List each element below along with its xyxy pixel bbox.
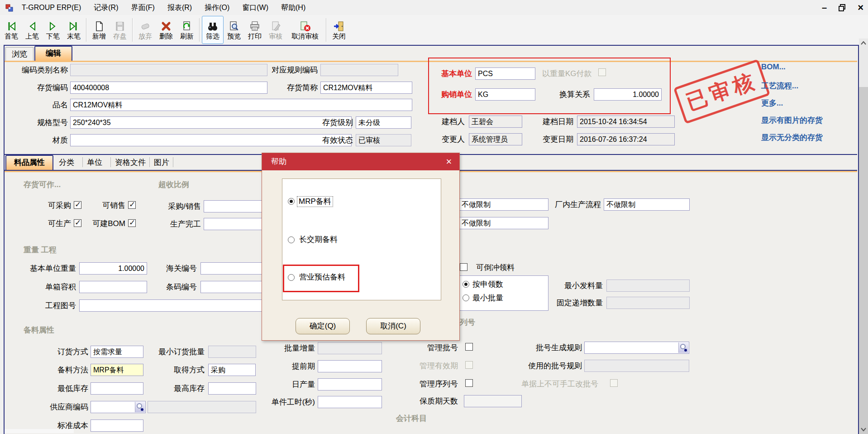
delete-button[interactable]: 删除 — [156, 16, 176, 43]
menu-interface[interactable]: 界面(F) — [125, 0, 161, 15]
used-batch-rule-field — [584, 360, 689, 372]
base-weight-field[interactable]: 1.00000 — [79, 262, 147, 275]
purchase-sale-ratio-label: 采购/销售 — [159, 202, 201, 211]
menu-app[interactable]: T-GROUP ERP(E) — [15, 0, 87, 15]
refresh-button[interactable]: 刷新 — [176, 16, 197, 43]
shelf-life-label: 保质期天数 — [413, 397, 458, 406]
restriction-field-2[interactable]: 不做限制 — [459, 217, 548, 229]
last-record-button[interactable]: 末笔 — [63, 16, 84, 43]
option-mrp-label[interactable]: MRP备料 — [297, 197, 333, 207]
code-category-field[interactable] — [70, 64, 267, 76]
inv-level-field[interactable]: 未分级 — [356, 116, 411, 129]
subtab-unit[interactable]: 单位 — [87, 158, 102, 167]
dialog-ok-button[interactable]: 确定(Q) — [296, 318, 350, 334]
subtab-category[interactable]: 分类 — [59, 158, 74, 167]
option-longlead-radio[interactable] — [288, 236, 295, 243]
menu-window[interactable]: 窗口(W) — [236, 0, 275, 15]
prev-record-button[interactable]: 上笔 — [22, 16, 43, 43]
lead-time-field[interactable] — [318, 360, 382, 372]
supplier-field[interactable] — [91, 401, 146, 413]
more-link[interactable]: 更多... — [761, 98, 783, 108]
std-cost-field[interactable] — [91, 420, 143, 432]
batch-rule-field[interactable] — [584, 342, 689, 354]
manage-batch-checkbox[interactable] — [465, 343, 473, 351]
dialog-title-bar[interactable]: 帮助 — [262, 153, 459, 170]
trade-unit-field[interactable]: KG — [475, 88, 535, 101]
min-stock-field[interactable] — [91, 382, 143, 395]
lookup-icon[interactable] — [135, 402, 145, 412]
by-request-radio[interactable] — [463, 281, 469, 288]
factory-flow-field[interactable]: 不做限制 — [604, 198, 690, 211]
show-with-image-link[interactable]: 显示有图片的存货 — [761, 115, 823, 125]
order-mode-field[interactable]: 按需求量 — [91, 346, 143, 358]
menu-help[interactable]: 帮助(H) — [275, 0, 312, 15]
next-record-button[interactable]: 下笔 — [43, 16, 63, 43]
print-button[interactable]: 打印 — [244, 16, 265, 43]
min-batch-radio[interactable] — [463, 294, 469, 301]
minimize-icon[interactable]: – — [822, 2, 827, 13]
scroll-down-icon[interactable] — [859, 425, 868, 434]
modify-date-label: 变更日期 — [536, 135, 573, 144]
close-form-button[interactable]: 关闭 — [329, 16, 349, 43]
spec-field[interactable]: 250*240*35 — [70, 116, 352, 129]
option-mrp-radio[interactable] — [288, 198, 295, 205]
order-mode-label: 订货方式 — [52, 347, 88, 357]
daily-output-field[interactable] — [318, 378, 382, 391]
restore-icon[interactable] — [839, 4, 846, 11]
shelf-life-field[interactable] — [464, 395, 522, 407]
option-forecast-radio[interactable] — [288, 274, 295, 281]
rule-code-label: 对应规则编码 — [268, 66, 318, 75]
inv-short-field[interactable]: CR12MOV精料 — [320, 82, 412, 94]
backflush-checkbox[interactable] — [460, 263, 467, 271]
show-uncategorized-link[interactable]: 显示无分类的存货 — [761, 132, 823, 143]
material-field[interactable] — [70, 134, 352, 146]
filter-button[interactable]: 筛选 — [202, 16, 224, 44]
subtab-item-props[interactable]: 料品属性 — [5, 155, 53, 170]
menu-operation[interactable]: 操作(O) — [198, 0, 236, 15]
tab-browse[interactable]: 浏览 — [5, 47, 33, 61]
menu-report[interactable]: 报表(R) — [161, 0, 198, 15]
can-purchase-checkbox[interactable] — [74, 201, 81, 209]
process-flow-link[interactable]: 工艺流程... — [761, 81, 798, 91]
acquire-field[interactable]: 采购 — [208, 364, 256, 376]
option-forecast-label[interactable]: 营业预估备料 — [299, 273, 345, 282]
subtab-qualification[interactable]: 资格文件 — [115, 158, 146, 167]
new-button[interactable]: 新增 — [89, 16, 110, 43]
conversion-field[interactable]: 1.00000 — [594, 88, 662, 101]
inv-code-field[interactable]: 400400008 — [70, 82, 267, 94]
menu-record[interactable]: 记录(R) — [87, 0, 124, 15]
unit-hours-field[interactable] — [318, 396, 382, 408]
base-unit-field[interactable]: PCS — [475, 68, 535, 80]
tab-edit[interactable]: 编辑 — [34, 46, 72, 61]
subtab-image[interactable]: 图片 — [154, 158, 169, 167]
bom-link[interactable]: BOM... — [761, 63, 786, 72]
product-name-field[interactable]: CR12MOV精料 — [70, 99, 412, 111]
max-stock-field[interactable] — [208, 382, 256, 395]
box-volume-field[interactable] — [79, 281, 147, 293]
vertical-scrollbar[interactable] — [859, 39, 868, 434]
can-sell-checkbox[interactable] — [128, 201, 136, 209]
refresh-icon — [181, 20, 193, 32]
min-batch-label: 最小批量 — [472, 294, 503, 303]
first-record-button[interactable]: 首笔 — [1, 16, 22, 43]
dialog-cancel-button[interactable]: 取消(C) — [366, 318, 420, 334]
prep-method-label: 备料方法 — [52, 366, 88, 375]
drawing-field[interactable] — [79, 299, 274, 312]
save-button: 存盘 — [110, 16, 130, 43]
preview-button[interactable]: 预览 — [224, 16, 244, 43]
lookup-icon[interactable] — [678, 342, 688, 353]
can-bom-checkbox[interactable] — [128, 219, 136, 227]
cancel-audit-button[interactable]: 取消审核 — [286, 16, 324, 43]
dialog-close-icon[interactable]: × — [441, 153, 457, 170]
material-label: 材质 — [36, 136, 68, 145]
audit-button: 审核 — [265, 16, 286, 43]
scrollbar-thumb[interactable] — [859, 87, 868, 434]
close-window-icon[interactable]: × — [858, 2, 863, 14]
scroll-up-icon[interactable] — [859, 39, 868, 48]
unit-hours-label: 单件工时(秒) — [263, 398, 315, 407]
restriction-field-1[interactable]: 不做限制 — [459, 198, 548, 211]
option-longlead-label[interactable]: 长交期备料 — [299, 235, 338, 244]
prep-method-field[interactable]: MRP备料 — [91, 364, 143, 376]
can-produce-checkbox[interactable] — [74, 219, 81, 227]
manage-serial-checkbox[interactable] — [465, 379, 473, 387]
